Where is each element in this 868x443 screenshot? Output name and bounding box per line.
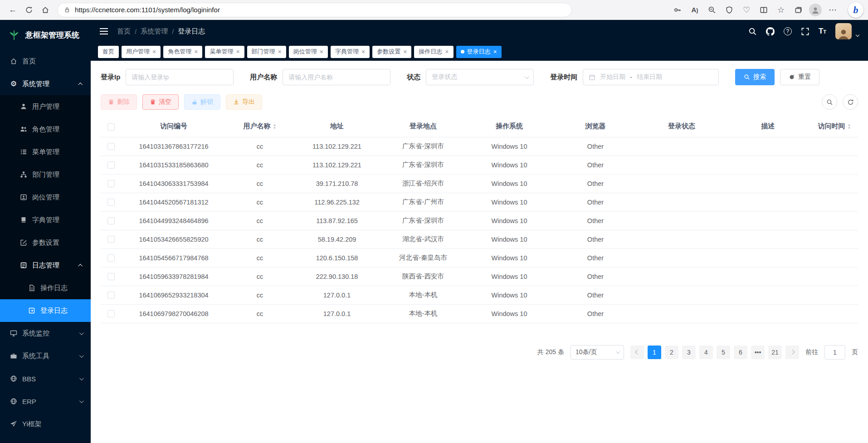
- tab-role-mgmt[interactable]: 角色管理×: [163, 46, 202, 58]
- page-button-6[interactable]: 6: [734, 346, 747, 359]
- tab-close-icon[interactable]: ×: [236, 49, 239, 55]
- clear-button[interactable]: 清空: [142, 94, 179, 110]
- sidebar-item-menu-mgmt[interactable]: 菜单管理: [0, 141, 91, 163]
- row-checkbox[interactable]: [107, 236, 115, 243]
- start-date[interactable]: 开始日期: [600, 73, 625, 81]
- export-button[interactable]: 导出: [226, 94, 262, 110]
- page-button-4[interactable]: 4: [699, 346, 713, 359]
- tab-login-log[interactable]: 登录日志×: [456, 46, 502, 58]
- help-icon[interactable]: ?: [784, 27, 792, 35]
- address-bar[interactable]: https://ccnetcore.com:1101/system/log/lo…: [57, 3, 572, 17]
- sidebar-item-post-mgmt[interactable]: 岗位管理: [0, 186, 91, 209]
- tab-user-mgmt[interactable]: 用户管理×: [122, 46, 161, 58]
- site-info-icon[interactable]: [64, 7, 70, 13]
- sidebar-item-system-mgmt[interactable]: ⚙ 系统管理: [0, 73, 91, 95]
- table-row[interactable]: 1641059633978281984cc 222.90.130.18陕西省-西…: [101, 267, 858, 286]
- prev-page-button[interactable]: [630, 346, 644, 359]
- status-select[interactable]: 登录状态: [426, 69, 534, 85]
- username-input[interactable]: [283, 69, 390, 85]
- select-all-checkbox[interactable]: [107, 123, 115, 131]
- tab-dict-mgmt[interactable]: 字典管理×: [331, 46, 370, 58]
- read-aloud-icon[interactable]: A): [687, 2, 703, 18]
- page-size-select[interactable]: 10条/页: [571, 345, 624, 360]
- sidebar-collapse-icon[interactable]: [100, 28, 108, 34]
- sidebar-item-dict-mgmt[interactable]: 字典管理: [0, 209, 91, 231]
- home-icon[interactable]: [37, 2, 54, 18]
- back-icon[interactable]: ←: [5, 2, 21, 18]
- sidebar-item-login-log[interactable]: 登录日志: [0, 299, 91, 322]
- table-row[interactable]: 1641044520567181312cc 112.96.225.132广东省-…: [101, 193, 858, 211]
- fullscreen-icon[interactable]: [801, 27, 809, 36]
- sidebar-item-role-mgmt[interactable]: 角色管理: [0, 118, 91, 141]
- row-checkbox[interactable]: [107, 292, 115, 299]
- table-row[interactable]: 1641053426655825920cc 58.19.42.209湖北省-武汉…: [101, 230, 858, 248]
- split-screen-icon[interactable]: [756, 2, 772, 18]
- breadcrumb-home[interactable]: 首页: [117, 27, 131, 36]
- tab-close-icon[interactable]: ×: [278, 49, 282, 55]
- reload-icon[interactable]: [21, 2, 37, 18]
- tab-menu-mgmt[interactable]: 菜单管理×: [205, 46, 244, 58]
- user-avatar[interactable]: [835, 23, 852, 39]
- sidebar-item-log-mgmt[interactable]: 日志管理: [0, 254, 91, 277]
- tab-close-icon[interactable]: ×: [445, 49, 449, 55]
- shield-star-icon[interactable]: [721, 2, 737, 18]
- browser-essentials-icon[interactable]: ♡: [738, 2, 755, 18]
- end-date[interactable]: 结束日期: [637, 73, 662, 81]
- table-row[interactable]: 1641054566717984768cc 120.6.150.158河北省-秦…: [101, 248, 858, 267]
- table-row[interactable]: 1641031533185863680cc 113.102.129.221广东省…: [101, 156, 858, 174]
- row-checkbox[interactable]: [107, 161, 115, 169]
- table-row[interactable]: 1641044993248464896cc 113.87.92.165广东省-深…: [101, 211, 858, 230]
- sidebar-item-user-mgmt[interactable]: 用户管理: [0, 95, 91, 118]
- table-row[interactable]: 1641069652933218304cc 127.0.0.1本地-本机 Win…: [101, 286, 858, 304]
- date-range-picker[interactable]: 开始日期 - 结束日期: [583, 69, 719, 85]
- sidebar-item-sys-tools[interactable]: 系统工具: [0, 345, 91, 367]
- page-button-5[interactable]: 5: [717, 346, 730, 359]
- key-icon[interactable]: [669, 2, 686, 18]
- sidebar-item-erp[interactable]: ERP: [0, 390, 91, 413]
- tab-close-icon[interactable]: ×: [403, 49, 407, 55]
- page-button-21[interactable]: 21: [768, 346, 782, 359]
- page-button-1[interactable]: 1: [648, 346, 661, 359]
- tab-dept-mgmt[interactable]: 部门管理×: [247, 46, 286, 58]
- table-row[interactable]: 1641043063331753984cc 39.171.210.78浙江省-绍…: [101, 174, 858, 193]
- col-visit-time[interactable]: 访问时间▲▼: [811, 116, 858, 137]
- tab-close-icon[interactable]: ×: [320, 49, 323, 55]
- unlock-button[interactable]: 解锁: [184, 94, 220, 110]
- search-icon[interactable]: [748, 27, 757, 36]
- favorites-icon[interactable]: ☆: [773, 2, 789, 18]
- breadcrumb-system[interactable]: 系统管理: [141, 27, 168, 36]
- delete-button[interactable]: 删除: [101, 94, 137, 110]
- sidebar-item-dept-mgmt[interactable]: 部门管理: [0, 163, 91, 186]
- sidebar-item-sys-monitor[interactable]: 系统监控: [0, 322, 91, 345]
- more-icon[interactable]: ⋯: [824, 2, 841, 18]
- tab-op-log[interactable]: 操作日志×: [414, 46, 453, 58]
- row-checkbox[interactable]: [107, 254, 115, 262]
- table-row[interactable]: 1641031367863177216cc 113.102.129.221广东省…: [101, 137, 858, 156]
- login-ip-input[interactable]: [126, 69, 234, 85]
- row-checkbox[interactable]: [107, 199, 115, 206]
- row-checkbox[interactable]: [107, 217, 115, 224]
- sidebar-item-op-log[interactable]: 操作日志: [0, 277, 91, 299]
- search-button[interactable]: 搜索: [735, 69, 775, 85]
- tab-close-icon[interactable]: ×: [493, 49, 497, 55]
- sort-icons[interactable]: ▲▼: [273, 123, 277, 130]
- next-page-button[interactable]: [785, 346, 799, 359]
- row-checkbox[interactable]: [107, 180, 115, 187]
- collections-icon[interactable]: [790, 2, 806, 18]
- bing-icon[interactable]: b: [848, 2, 863, 18]
- page-button-3[interactable]: 3: [682, 346, 696, 359]
- tab-home[interactable]: 首页: [98, 46, 119, 58]
- show-search-toggle-button[interactable]: [822, 94, 837, 110]
- font-size-icon[interactable]: TT: [819, 27, 826, 36]
- tab-param-settings[interactable]: 参数设置×: [372, 46, 411, 58]
- sidebar-item-yi-framework[interactable]: Yi框架: [0, 413, 91, 435]
- sidebar-item-home[interactable]: 首页: [0, 50, 91, 73]
- sidebar-item-bbs[interactable]: BBS: [0, 367, 91, 390]
- table-row[interactable]: 1641069798270046208cc 127.0.0.1本地-本机 Win…: [101, 304, 858, 323]
- avatar-caret-icon[interactable]: [856, 33, 859, 37]
- refresh-table-button[interactable]: [843, 94, 858, 110]
- tab-close-icon[interactable]: ×: [152, 49, 156, 55]
- sidebar-item-param-settings[interactable]: 参数设置: [0, 231, 91, 254]
- col-username[interactable]: 用户名称▲▼: [226, 116, 294, 137]
- browser-profile-avatar[interactable]: [807, 2, 824, 18]
